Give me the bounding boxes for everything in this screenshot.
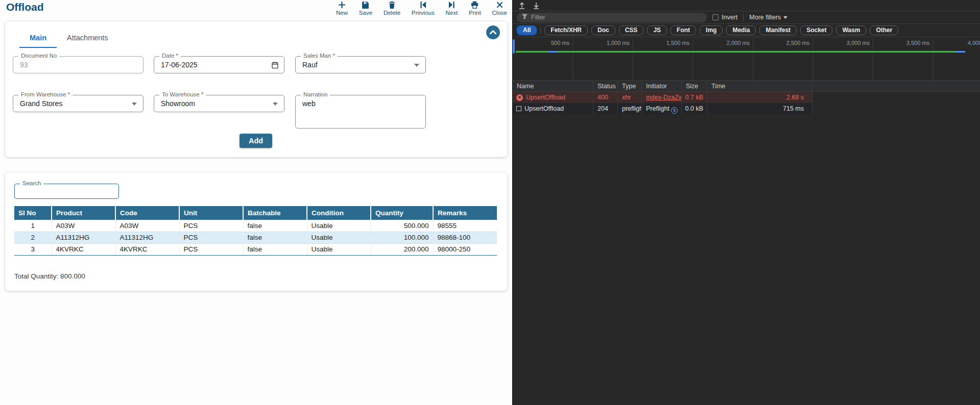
waterfall-bar-blue xyxy=(548,51,558,53)
tick-label: 1,000 ms xyxy=(588,40,630,46)
plus-icon xyxy=(338,1,346,9)
close-button[interactable]: Close xyxy=(492,0,507,16)
save-button[interactable]: Save xyxy=(359,0,372,16)
print-button[interactable]: Print xyxy=(469,0,481,16)
chip-other[interactable]: Other xyxy=(870,26,898,35)
table-row[interactable]: 3 4KVRKC 4KVRKC PCS false Usable 200.000… xyxy=(14,243,497,255)
calendar-icon[interactable] xyxy=(271,61,279,71)
status-cell: 204 xyxy=(593,103,618,114)
cell-batchable: false xyxy=(243,243,307,255)
from-warehouse-select[interactable]: From Warehouse * Grand Stores xyxy=(13,95,144,112)
request-type-filter-chips: All Fetch/XHR Doc CSS JS Font Img Media … xyxy=(513,24,980,37)
date-field[interactable]: Date * 17-06-2025 xyxy=(154,56,284,73)
tick-line xyxy=(933,39,933,80)
tab-attachments[interactable]: Attachments xyxy=(57,30,118,48)
overview-selection-handle[interactable] xyxy=(513,39,515,54)
cell-remarks: 98000-250 xyxy=(433,243,497,255)
tick-line xyxy=(633,39,633,80)
cell-slno: 1 xyxy=(14,220,52,232)
funnel-icon xyxy=(521,13,528,21)
invert-checkbox[interactable]: Invert xyxy=(712,14,737,21)
export-har-icon[interactable] xyxy=(532,1,540,11)
collapse-panel-button[interactable] xyxy=(486,26,500,39)
chip-media[interactable]: Media xyxy=(726,26,756,35)
col-header-slno: Sl No xyxy=(14,206,52,220)
toolbar-label: Save xyxy=(359,10,372,16)
divider xyxy=(743,13,744,21)
next-button[interactable]: Next xyxy=(446,0,458,16)
table-row[interactable]: 1 A03W A03W PCS false Usable 500.000 985… xyxy=(14,220,497,232)
cell-remarks: 98868-100 xyxy=(433,232,497,243)
chip-js[interactable]: JS xyxy=(647,26,667,35)
initiator-cell: index-DzaZwWpu.j xyxy=(642,92,682,103)
chip-fetch-xhr[interactable]: Fetch/XHR xyxy=(544,26,588,35)
col-header-time[interactable]: Time xyxy=(707,81,812,92)
table-row-highlighted[interactable]: 2 A11312HG A11312HG PCS false Usable 100… xyxy=(14,232,497,243)
tick-label: 3,000 ms xyxy=(828,40,870,46)
filter-input[interactable] xyxy=(531,14,702,21)
size-cell: 0.0 kB xyxy=(682,103,707,114)
col-header-code: Code xyxy=(115,206,179,220)
chip-font[interactable]: Font xyxy=(671,26,696,35)
delete-button[interactable]: Delete xyxy=(384,0,400,16)
cell-unit: PCS xyxy=(179,220,243,232)
size-cell: 0.7 kB xyxy=(682,92,707,103)
app-toolbar: New Save Delete Previous xyxy=(336,0,507,16)
preflight-request-icon xyxy=(516,106,521,111)
more-filters-dropdown[interactable]: More filters xyxy=(749,14,787,21)
floppy-icon xyxy=(362,1,369,9)
col-header-size[interactable]: Size xyxy=(682,81,707,92)
chip-all[interactable]: All xyxy=(517,26,537,35)
tick-label: 2,500 ms xyxy=(768,40,809,46)
col-header-type[interactable]: Type xyxy=(618,81,642,92)
preflight-info-icon[interactable]: ⇅ xyxy=(671,107,678,114)
cell-batchable: false xyxy=(243,232,307,243)
col-header-product: Product xyxy=(52,206,115,220)
narration-textarea[interactable]: Narration web xyxy=(295,95,426,129)
search-input[interactable] xyxy=(19,186,113,196)
document-no-field[interactable]: Document No 93 xyxy=(13,56,144,73)
request-name-cell: UpsertOffload xyxy=(513,103,593,114)
narration-value: web xyxy=(302,99,316,108)
skip-next-icon xyxy=(448,1,456,9)
import-har-icon[interactable] xyxy=(518,1,526,11)
initiator-link[interactable]: index-DzaZwWpu.j xyxy=(646,94,682,101)
cell-slno: 3 xyxy=(14,243,52,255)
col-header-status[interactable]: Status xyxy=(593,81,618,92)
initiator-cell: Preflight⇅ xyxy=(642,103,682,114)
date-value: 17-06-2025 xyxy=(161,61,198,69)
chevron-down-icon xyxy=(273,103,278,106)
tab-main[interactable]: Main xyxy=(19,30,57,48)
new-button[interactable]: New xyxy=(336,0,348,16)
col-header-initiator[interactable]: Initiator xyxy=(642,81,682,92)
chip-doc[interactable]: Doc xyxy=(591,26,615,35)
items-table: Sl No Product Code Unit Batchable Condit… xyxy=(14,206,497,256)
timeline-overview[interactable]: 500 ms 1,000 ms 1,500 ms 2,000 ms 2,500 … xyxy=(513,37,980,81)
network-request-row-error[interactable]: ✕ UpsertOffload 400 xhr index-DzaZwWpu.j… xyxy=(513,92,812,103)
chevron-up-icon xyxy=(486,26,500,39)
request-name: UpsertOffload xyxy=(526,92,565,103)
screen: Offload New Save Delete xyxy=(0,0,980,405)
search-field[interactable]: Search xyxy=(14,184,119,199)
chip-manifest[interactable]: Manifest xyxy=(759,26,797,35)
chip-socket[interactable]: Socket xyxy=(800,26,832,35)
tick-label: 2,000 ms xyxy=(708,40,750,46)
to-warehouse-select[interactable]: To Warehouse * Showroom xyxy=(154,95,284,112)
sales-man-select[interactable]: Sales Man * Rauf xyxy=(295,56,426,73)
chip-css[interactable]: CSS xyxy=(619,26,644,35)
network-request-row[interactable]: UpsertOffload 204 preflight Preflight⇅ 0… xyxy=(513,103,812,114)
time-cell: 715 ms xyxy=(707,103,812,114)
cell-code: A11312HG xyxy=(115,232,179,243)
toolbar-label: Previous xyxy=(412,10,435,16)
add-button[interactable]: Add xyxy=(240,134,272,148)
main-form-card: Main Attachments Document No 93 Date * 1… xyxy=(5,21,507,157)
cell-condition: Usable xyxy=(307,220,371,232)
chip-wasm[interactable]: Wasm xyxy=(836,26,866,35)
tick-line xyxy=(873,39,873,80)
document-no-value: 93 xyxy=(20,61,28,69)
invert-label: Invert xyxy=(722,14,737,21)
filter-box[interactable] xyxy=(517,13,707,22)
col-header-name[interactable]: Name xyxy=(513,81,593,92)
chip-img[interactable]: Img xyxy=(700,26,723,35)
previous-button[interactable]: Previous xyxy=(412,0,435,16)
